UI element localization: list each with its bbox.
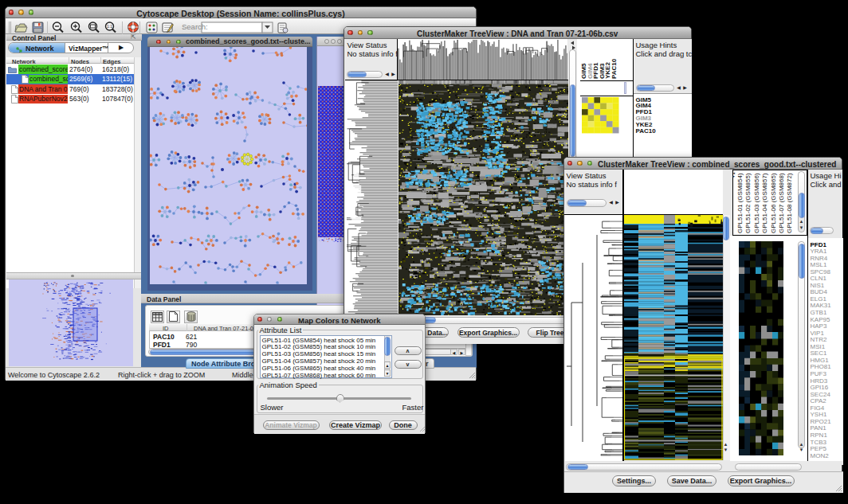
svg-text:GPL51-02 (GSM855): GPL51-02 (GSM855) xyxy=(744,173,752,233)
svg-text:1:1: 1:1 xyxy=(107,24,112,29)
svg-text:GPL51-06 (GSM865): GPL51-06 (GSM865) xyxy=(769,173,776,233)
svg-text:GPL51-04 (GSM857): GPL51-04 (GSM857) xyxy=(761,173,768,233)
svg-text:GPL51-08 (GSM872): GPL51-08 (GSM872) xyxy=(786,173,793,233)
svg-text:GPL51-01 (GSM854): GPL51-01 (GSM854) xyxy=(736,173,744,233)
svg-text:PAC10: PAC10 xyxy=(610,58,618,79)
svg-text:GPL51-07 (GSM868): GPL51-07 (GSM868) xyxy=(778,173,785,233)
svg-text:GPL51-03 (GSM856): GPL51-03 (GSM856) xyxy=(752,173,760,233)
